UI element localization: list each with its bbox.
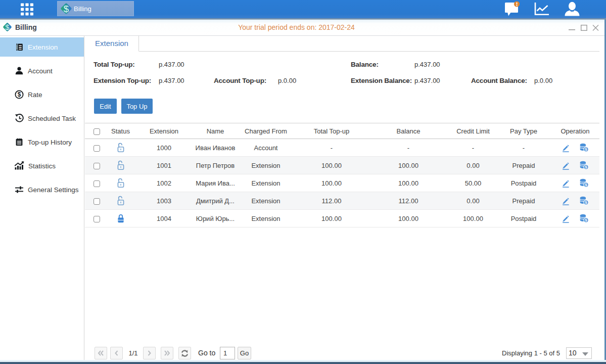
svg-text:$: $ <box>585 183 587 187</box>
svg-text:$: $ <box>64 4 69 14</box>
svg-text:$: $ <box>18 91 21 98</box>
svg-text:$: $ <box>585 165 587 169</box>
svg-text:$: $ <box>585 218 587 222</box>
svg-text:$: $ <box>585 200 587 205</box>
svg-text:$: $ <box>585 147 587 152</box>
